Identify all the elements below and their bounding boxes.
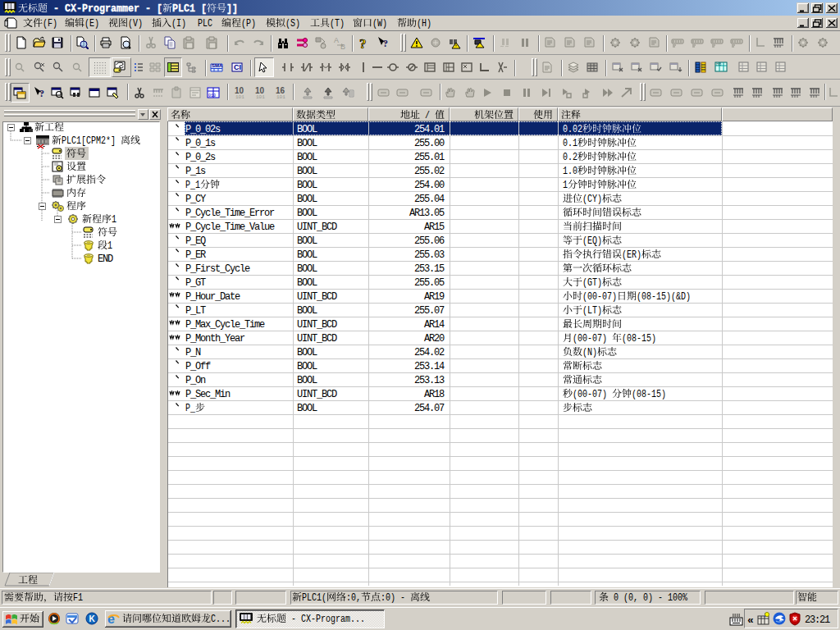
svg-text::0,: :0,	[346, 592, 361, 604]
svg-text:(F): (F)	[43, 18, 57, 30]
svg-text:P_1: P_1	[185, 180, 200, 191]
svg-text:/: /	[425, 110, 430, 121]
svg-text:]]: ]]	[226, 3, 238, 15]
svg-text:CI: CI	[234, 63, 241, 71]
svg-text:CX-Programmer: CX-Programmer	[65, 3, 139, 15]
svg-text:-: -	[53, 3, 59, 15]
svg-text:(00-07): (00-07)	[573, 389, 607, 400]
svg-text:PLC1[CPM2*]: PLC1[CPM2*]	[62, 135, 116, 147]
svg-text:(H): (H)	[417, 18, 431, 30]
svg-text:100%: 100%	[668, 592, 688, 604]
svg-text:?: ?	[39, 88, 44, 99]
svg-text:-: -	[145, 3, 151, 15]
svg-text:F1: F1	[73, 592, 83, 604]
svg-text:0: 0	[614, 592, 619, 604]
svg-text:-: -	[291, 614, 296, 625]
svg-text:(S): (S)	[285, 18, 300, 30]
svg-text:(0,: (0,	[623, 592, 638, 604]
svg-text:(08-15): (08-15)	[622, 333, 656, 345]
svg-text:(T): (T)	[330, 18, 345, 30]
svg-text:(CY): (CY)	[582, 194, 602, 205]
svg-text:0.2: 0.2	[563, 152, 578, 163]
svg-text:B: B	[340, 43, 345, 49]
svg-text:0.02: 0.02	[563, 124, 582, 135]
svg-text:HB: HB	[716, 62, 721, 66]
svg-text:PLC1: PLC1	[172, 3, 195, 15]
svg-text:P_: P_	[185, 403, 196, 414]
svg-text:A: A	[334, 36, 339, 44]
svg-text:SMA: SMA	[212, 63, 223, 68]
svg-text:(I): (I)	[171, 18, 186, 30]
svg-text:(GT): (GT)	[582, 277, 602, 289]
svg-text:?: ?	[383, 38, 388, 49]
svg-text:1: 1	[112, 214, 116, 226]
svg-text::0): :0)	[381, 592, 395, 604]
svg-text:[: [	[157, 3, 162, 15]
svg-text:1: 1	[107, 240, 112, 252]
svg-text:101: 101	[276, 94, 285, 99]
svg-text:[: [	[201, 3, 207, 15]
svg-text:(N): (N)	[582, 347, 597, 358]
svg-text:010: 010	[208, 94, 216, 98]
svg-text:1.0: 1.0	[563, 166, 578, 177]
svg-text:(EQ): (EQ)	[582, 235, 602, 247]
svg-text:(00-07): (00-07)	[573, 333, 607, 345]
svg-text:1: 1	[563, 180, 568, 191]
svg-text:(00-07): (00-07)	[582, 291, 617, 303]
svg-text:C...: C...	[211, 614, 231, 625]
svg-text:0): 0)	[643, 592, 653, 604]
svg-text:101: 101	[256, 94, 265, 99]
svg-text:(V): (V)	[128, 18, 143, 30]
svg-text:(08-15)(&D): (08-15)(&D)	[637, 291, 691, 303]
svg-text:(ER): (ER)	[622, 249, 641, 261]
svg-text:(08-15): (08-15)	[632, 389, 666, 400]
svg-text:PLC: PLC	[198, 18, 212, 30]
svg-text:(E): (E)	[84, 18, 99, 30]
svg-text:101: 101	[235, 94, 244, 99]
svg-text:(W): (W)	[372, 18, 387, 30]
svg-text:K: K	[89, 614, 96, 623]
svg-text:CX-Program...: CX-Program...	[301, 614, 365, 625]
svg-text:(P): (P)	[241, 18, 256, 30]
svg-text:PLC1(: PLC1(	[302, 592, 326, 604]
svg-text:(LT): (LT)	[582, 305, 602, 317]
svg-text:?: ?	[359, 36, 367, 49]
svg-text:-: -	[658, 592, 663, 604]
svg-text:0.1: 0.1	[563, 138, 578, 149]
svg-text:-: -	[400, 592, 405, 604]
